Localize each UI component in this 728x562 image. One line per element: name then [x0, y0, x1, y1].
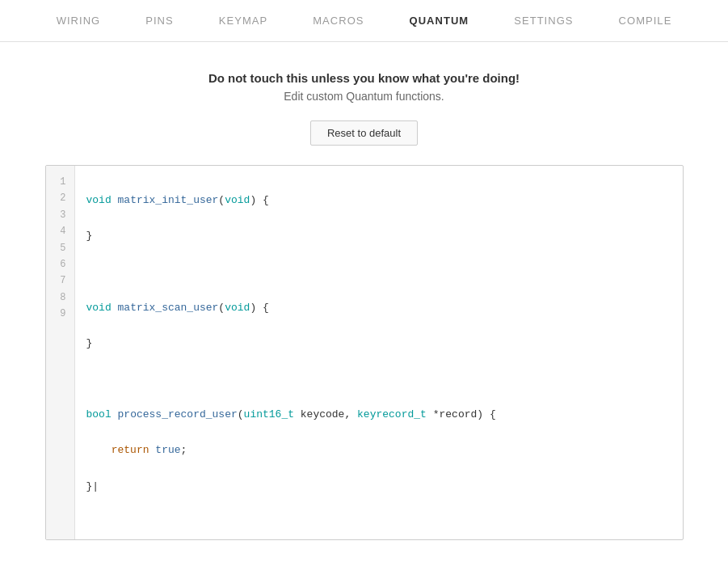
line-number-1: 1: [54, 174, 66, 190]
code-line-3: [86, 263, 671, 281]
code-line-1: void matrix_init_user(void) {: [86, 192, 671, 209]
code-editor[interactable]: 1 2 3 4 5 6 7 8 9 void matrix_init_user(…: [45, 165, 684, 540]
nav-item-keymap[interactable]: KEYMAP: [196, 0, 290, 41]
code-line-6: [86, 370, 671, 388]
reset-to-default-button[interactable]: Reset to default: [310, 120, 418, 146]
line-number-2: 2: [54, 190, 66, 206]
code-line-8: return true;: [86, 442, 671, 459]
line-number-8: 8: [54, 289, 66, 306]
line-number-3: 3: [54, 207, 66, 223]
warning-title: Do not touch this unless you know what y…: [208, 71, 520, 85]
nav-item-pins[interactable]: PINS: [123, 0, 196, 41]
line-number-5: 5: [54, 240, 66, 256]
nav-item-quantum[interactable]: QUANTUM: [387, 0, 492, 41]
code-line-7: bool process_record_user(uint16_t keycod…: [86, 406, 671, 424]
main-nav: WIRING PINS KEYMAP MACROS QUANTUM SETTIN…: [0, 0, 728, 42]
nav-item-wiring[interactable]: WIRING: [34, 0, 124, 41]
line-numbers: 1 2 3 4 5 6 7 8 9: [46, 166, 75, 539]
nav-item-settings[interactable]: SETTINGS: [491, 0, 595, 41]
code-line-5: }: [86, 335, 671, 353]
line-number-9: 9: [54, 306, 66, 322]
main-content: Do not touch this unless you know what y…: [0, 42, 728, 562]
line-number-6: 6: [54, 256, 66, 273]
code-content[interactable]: void matrix_init_user(void) { } void mat…: [75, 166, 683, 539]
line-number-4: 4: [54, 223, 66, 239]
code-line-2: }: [86, 227, 671, 245]
warning-subtitle: Edit custom Quantum functions.: [284, 90, 444, 103]
nav-item-macros[interactable]: MACROS: [290, 0, 386, 41]
line-number-7: 7: [54, 273, 66, 289]
nav-item-compile[interactable]: COMPILE: [596, 0, 695, 41]
code-line-9: }|: [86, 478, 671, 496]
code-line-4: void matrix_scan_user(void) {: [86, 299, 671, 317]
